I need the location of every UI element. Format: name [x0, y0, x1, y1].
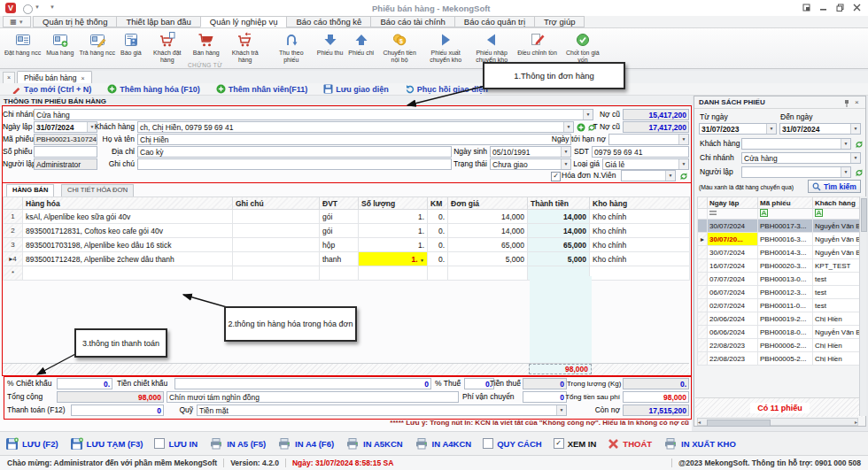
- filter-row[interactable]: [698, 209, 861, 220]
- col-ghi-chu[interactable]: Ghi chú: [233, 197, 320, 210]
- col-kho-hang[interactable]: Kho hàng: [590, 197, 690, 210]
- table-row[interactable]: 1ksAl, Alpenlibe keo sữa gói 40vgói1.0.1…: [4, 210, 690, 224]
- menu-tab-bao-cao-thong-ke[interactable]: Báo cáo thống kê: [286, 16, 371, 27]
- chevron-down-icon[interactable]: ▼: [665, 171, 675, 181]
- chevron-down-icon[interactable]: ▼: [766, 124, 776, 134]
- table-row-current[interactable]: ▸4 8935001712428, Alpenlibe 2chew dâu th…: [4, 252, 690, 266]
- chevron-down-icon[interactable]: ▼: [841, 139, 850, 149]
- chevron-down-icon[interactable]: ▼: [678, 159, 688, 169]
- chevron-down-icon[interactable]: ▼: [678, 135, 688, 144]
- print-a5kcn-button[interactable]: IN A5KCN: [345, 437, 403, 450]
- ngay-sinh-combo[interactable]: 05/10/1991▼: [490, 146, 571, 158]
- col-so-luong[interactable]: Số lượng: [359, 197, 428, 210]
- thanh-toan-field[interactable]: 0: [71, 405, 164, 416]
- ribbon-phieu-nhap-chuyen-kho[interactable]: Phiếu nhập chuyển kho: [469, 29, 515, 63]
- chevron-down-icon[interactable]: ▼: [561, 159, 570, 169]
- scrollbar-thumb[interactable]: [861, 198, 867, 232]
- ribbon-ban-hang[interactable]: Bán hàng: [190, 29, 222, 57]
- menu-tab-quan-ly-nghiep-vu[interactable]: Quản lý nghiệp vụ: [200, 16, 288, 27]
- menu-tab-quan-tri-he-thong[interactable]: Quản trị hệ thống: [33, 16, 117, 27]
- quy-cach-checkbox[interactable]: QUY CÁCH: [483, 438, 542, 449]
- ho-va-ten-field[interactable]: Chị Hiền: [137, 134, 571, 145]
- ribbon-bao-gia[interactable]: Báo giá: [118, 29, 144, 57]
- tab-hang-ban[interactable]: HÀNG BÁN: [6, 184, 54, 197]
- add-customer-icon[interactable]: [577, 123, 585, 132]
- list-item[interactable]: 06/07/2024PBH00012-3...test: [698, 286, 861, 299]
- chevron-down-icon[interactable]: ▼: [50, 4, 55, 10]
- menu-tab-bao-cao-tai-chinh[interactable]: Báo cáo tài chính: [370, 16, 454, 27]
- chevron-down-icon[interactable]: ▼: [35, 4, 40, 10]
- exit-button[interactable]: THOÁT: [608, 438, 652, 450]
- ribbon-chot-ton-gia-von[interactable]: Chốt tồn giá vốn: [560, 29, 606, 63]
- trang-thai-combo[interactable]: Chưa giao▼: [490, 158, 571, 170]
- horizontal-scrollbar[interactable]: ◂ ▸: [697, 418, 858, 426]
- col-ma-phieu[interactable]: Mã phiếu: [758, 197, 813, 209]
- minimize-icon[interactable]: [819, 4, 827, 12]
- col-km[interactable]: KM: [428, 197, 448, 210]
- ribbon-phieu-xuat-chuyen-kho[interactable]: Phiếu xuất chuyển kho: [422, 29, 469, 63]
- quy-combo[interactable]: Tiền mặt▼: [197, 405, 567, 416]
- save-draft-button[interactable]: LƯU TẠM (F3): [70, 437, 143, 451]
- table-row[interactable]: 28935001712831, Coftos keo cafe gói 40vg…: [4, 224, 690, 238]
- col-don-gia[interactable]: Đơn giá: [448, 197, 528, 210]
- restore-icon[interactable]: [836, 4, 844, 12]
- chevron-down-icon[interactable]: ▼: [563, 122, 573, 132]
- chi-nhanh-combo[interactable]: Cửa hàng▼: [34, 109, 593, 120]
- menu-tab-tro-giup[interactable]: Trợ giúp: [534, 16, 585, 27]
- print-a4-button[interactable]: IN A4 (F6): [277, 437, 334, 450]
- dia-chi-field[interactable]: Cao kỳ: [137, 146, 452, 158]
- ribbon-phieu-chi[interactable]: Phiếu chi: [345, 29, 376, 57]
- close-icon[interactable]: ×: [855, 98, 859, 106]
- ribbon-mua-hang[interactable]: Mua hàng: [43, 29, 76, 57]
- close-icon[interactable]: [853, 4, 861, 12]
- refresh-icon[interactable]: [855, 140, 864, 149]
- chevron-down-icon[interactable]: ▼: [561, 147, 570, 157]
- refresh-icon[interactable]: [679, 172, 688, 181]
- chevron-down-icon[interactable]: ▼: [841, 167, 850, 177]
- ribbon-khach-dat-hang[interactable]: Khách đặt hàng: [144, 29, 190, 63]
- sdt-field[interactable]: 0979 59 69 41: [592, 146, 689, 158]
- window-menu-button[interactable]: ▦▼: [3, 16, 31, 27]
- quick-access-icon[interactable]: [23, 4, 33, 14]
- print-a5-button[interactable]: IN A5 (F5): [209, 437, 266, 450]
- ribbon-khach-tra-hang[interactable]: Khách trả hàng: [222, 29, 268, 63]
- refresh-icon[interactable]: [855, 168, 864, 177]
- scroll-right-icon[interactable]: ▸: [855, 419, 857, 425]
- list-item-current[interactable]: ▸30/07/20...PBH00016-3...Nguyễn Văn B: [698, 233, 861, 246]
- chevron-down-icon[interactable]: ▼: [556, 405, 566, 415]
- chevron-down-icon[interactable]: ▼: [850, 124, 860, 134]
- add-employee-button[interactable]: Thêm nhân viên(F11): [208, 83, 316, 96]
- print-a4kcn-button[interactable]: IN A4KCN: [415, 437, 472, 450]
- ribbon-tra-hang-ncc[interactable]: Trả hàng ncc: [76, 29, 118, 57]
- tab-chi-tiet-hoa-don[interactable]: CHI TIẾT HÓA ĐƠN: [61, 184, 134, 197]
- scrollbar-thumb[interactable]: [707, 420, 771, 427]
- close-icon[interactable]: ×: [81, 75, 85, 81]
- menu-tab-bao-cao-quan-tri[interactable]: Báo cáo quản trị: [454, 16, 535, 27]
- ribbon-dat-hang-ncc[interactable]: Đặt hàng ncc: [2, 29, 43, 57]
- ngay-toi-han-no-combo[interactable]: ▼: [608, 134, 689, 145]
- xem-in-checkbox[interactable]: ✓XEM IN: [554, 438, 597, 449]
- khach-hang-combo[interactable]: ch, Chị Hiền, 0979 59 69 41▼: [137, 121, 574, 133]
- restore-layout-button[interactable]: Phục hồi giao diện: [397, 83, 496, 96]
- save-print-checkbox[interactable]: LƯU IN: [154, 438, 198, 449]
- list-item[interactable]: 02/07/2024PBH00011-0...test: [698, 299, 861, 312]
- print-warehouse-out-button[interactable]: IN XUẤT KHO: [663, 437, 736, 450]
- tien-chiet-khau-field[interactable]: 0: [174, 378, 431, 389]
- list-item[interactable]: 22/08/2023PBH00005-2...Chị Hiền: [698, 352, 861, 366]
- col-dvt[interactable]: ĐVT: [320, 197, 359, 210]
- list-item[interactable]: 20/06/2024PBH00019-2...Chị Hiền: [698, 312, 861, 326]
- add-item-button[interactable]: Thêm hàng hóa (F10): [99, 83, 208, 96]
- tu-ngay-combo[interactable]: 31/07/2023▼: [699, 123, 777, 135]
- dock-window-icon[interactable]: [802, 4, 810, 12]
- pct-chiet-khau-field[interactable]: 0.: [57, 378, 112, 389]
- pin-icon[interactable]: [843, 99, 850, 107]
- panel-nguoi-lap-combo[interactable]: ▼: [741, 166, 851, 178]
- col-hang-hoa[interactable]: Hàng hóa: [23, 197, 233, 210]
- ghi-chu-field[interactable]: [137, 158, 452, 170]
- save-button[interactable]: LƯU (F2): [5, 437, 58, 451]
- ribbon-phieu-thu[interactable]: Phiếu thu: [314, 29, 346, 57]
- panel-chi-nhanh-combo[interactable]: Cửa hàng▼: [741, 152, 861, 164]
- list-item[interactable]: 22/08/2023PBH00006-2...Chị Hiền: [698, 339, 861, 352]
- quantity-cell-editing[interactable]: 1. ▼: [359, 252, 428, 266]
- vertical-scrollbar[interactable]: [859, 196, 866, 416]
